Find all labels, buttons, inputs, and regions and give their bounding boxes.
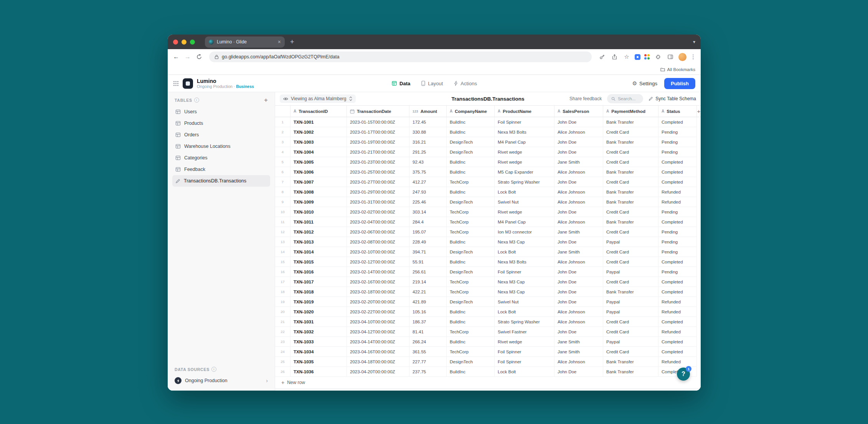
cell-transactiondate[interactable]: 2023-04-20T00:00:00Z xyxy=(347,367,409,377)
help-button[interactable]: ? 1 xyxy=(677,368,690,381)
back-button[interactable]: ← xyxy=(172,53,180,60)
url-bar[interactable]: go.glideapps.com/app/laOafWzdOPGzG2TQPlm… xyxy=(209,51,592,62)
cell-paymentmethod[interactable]: Credit Card xyxy=(603,147,658,157)
share-feedback-link[interactable]: Share feedback xyxy=(569,96,602,101)
cell-transactionid[interactable]: TXN-1005 xyxy=(290,157,347,167)
cell-salesperson[interactable]: Jane Smith xyxy=(554,157,603,167)
cell-status[interactable]: Pending xyxy=(658,237,697,247)
cell-paymentmethod[interactable]: Credit Card xyxy=(603,277,658,287)
cell-productname[interactable]: Strato Spring Washer xyxy=(495,317,554,327)
cell-companyname[interactable]: DesignTech xyxy=(447,357,495,367)
cell-status[interactable]: Refunded xyxy=(658,187,697,197)
data-source-item[interactable]: Ongoing Production › xyxy=(172,374,270,387)
cell-paymentmethod[interactable]: Bank Transfer xyxy=(603,137,658,147)
cell-productname[interactable]: Lock Bolt xyxy=(495,247,554,257)
cell-amount[interactable]: 256.61 xyxy=(409,267,447,277)
cell-amount[interactable]: 422.21 xyxy=(409,287,447,297)
column-header-status[interactable]: AStatus xyxy=(658,106,697,117)
cell-productname[interactable]: Lock Bolt xyxy=(495,367,554,377)
cell-amount[interactable]: 247.93 xyxy=(409,187,447,197)
cell-status[interactable]: Completed xyxy=(658,287,697,297)
cell-companyname[interactable]: BuildInc xyxy=(447,237,495,247)
cell-transactiondate[interactable]: 2023-04-12T00:00:00Z xyxy=(347,327,409,337)
cell-salesperson[interactable]: John Doe xyxy=(554,237,603,247)
column-header-companyname[interactable]: ACompanyName xyxy=(447,106,495,117)
cell-transactionid[interactable]: TXN-1003 xyxy=(290,137,347,147)
cell-transactiondate[interactable]: 2023-02-08T00:00:00Z xyxy=(347,237,409,247)
cell-paymentmethod[interactable]: Credit Card xyxy=(603,227,658,237)
profile-avatar[interactable] xyxy=(678,53,686,61)
cell-amount[interactable]: 172.45 xyxy=(409,117,447,127)
column-header-paymentmethod[interactable]: APaymentMethod xyxy=(603,106,658,117)
cell-transactiondate[interactable]: 2023-02-22T00:00:00Z xyxy=(347,307,409,317)
cell-paymentmethod[interactable]: Credit Card xyxy=(603,347,658,357)
cell-productname[interactable]: Lock Bolt xyxy=(495,187,554,197)
cell-status[interactable]: Pending xyxy=(658,207,697,217)
app-logo[interactable] xyxy=(183,78,193,89)
cell-companyname[interactable]: TechCorp xyxy=(447,287,495,297)
cell-companyname[interactable]: BuildInc xyxy=(447,317,495,327)
cell-transactiondate[interactable]: 2023-02-20T00:00:00Z xyxy=(347,297,409,307)
sidebar-item-users[interactable]: Users xyxy=(172,106,270,118)
extension-colored-icon[interactable] xyxy=(644,54,650,60)
cell-transactiondate[interactable]: 2023-04-16T00:00:00Z xyxy=(347,347,409,357)
cell-amount[interactable]: 225.46 xyxy=(409,197,447,207)
cell-salesperson[interactable]: Alice Johnson xyxy=(554,307,603,317)
cell-companyname[interactable]: DesignTech xyxy=(447,137,495,147)
cell-transactionid[interactable]: TXN-1032 xyxy=(290,327,347,337)
cell-status[interactable]: Completed xyxy=(658,347,697,357)
viewing-as-selector[interactable]: Viewing as Alma Malmberg xyxy=(280,94,356,103)
cell-salesperson[interactable]: Alice Johnson xyxy=(554,217,603,227)
extensions-puzzle-icon[interactable] xyxy=(654,53,662,61)
cell-status[interactable]: Completed xyxy=(658,337,697,347)
forward-button[interactable]: → xyxy=(184,53,191,60)
column-header-productname[interactable]: AProductName xyxy=(495,106,554,117)
cell-companyname[interactable]: TechCorp xyxy=(447,327,495,337)
cell-transactionid[interactable]: TXN-1013 xyxy=(290,237,347,247)
cell-salesperson[interactable]: Alice Johnson xyxy=(554,197,603,207)
cell-amount[interactable]: 227.77 xyxy=(409,357,447,367)
cell-status[interactable]: Pending xyxy=(658,137,697,147)
cell-paymentmethod[interactable]: Credit Card xyxy=(603,207,658,217)
cell-transactionid[interactable]: TXN-1033 xyxy=(290,337,347,347)
cell-transactiondate[interactable]: 2023-02-14T00:00:00Z xyxy=(347,267,409,277)
sidebar-item-feedback[interactable]: Feedback xyxy=(172,164,270,175)
cell-transactionid[interactable]: TXN-1020 xyxy=(290,307,347,317)
cell-paymentmethod[interactable]: Credit Card xyxy=(603,127,658,137)
cell-transactiondate[interactable]: 2023-01-15T00:00:00Z xyxy=(347,117,409,127)
cell-salesperson[interactable]: Alice Johnson xyxy=(554,317,603,327)
cell-status[interactable]: Completed xyxy=(658,217,697,227)
cell-amount[interactable]: 219.14 xyxy=(409,277,447,287)
sidebar-item-transactionsdb-transactions[interactable]: TransactionsDB.Transactions xyxy=(172,175,270,187)
cell-status[interactable]: Pending xyxy=(658,247,697,257)
maximize-window-button[interactable] xyxy=(190,40,195,45)
cell-transactionid[interactable]: TXN-1015 xyxy=(290,257,347,267)
cell-transactiondate[interactable]: 2023-02-12T00:00:00Z xyxy=(347,257,409,267)
cell-status[interactable]: Completed xyxy=(658,257,697,267)
cell-transactiondate[interactable]: 2023-04-18T00:00:00Z xyxy=(347,357,409,367)
cell-amount[interactable]: 237.75 xyxy=(409,367,447,377)
cell-salesperson[interactable]: Jane Smith xyxy=(554,227,603,237)
cell-paymentmethod[interactable]: Credit Card xyxy=(603,247,658,257)
cell-companyname[interactable]: BuildInc xyxy=(447,367,495,377)
cell-amount[interactable]: 195.07 xyxy=(409,227,447,237)
column-header-transactionid[interactable]: ATransactionID xyxy=(290,106,347,117)
cell-amount[interactable]: 92.43 xyxy=(409,157,447,167)
cell-transactionid[interactable]: TXN-1002 xyxy=(290,127,347,137)
cell-productname[interactable]: Nexa M3 Cap xyxy=(495,237,554,247)
cell-amount[interactable]: 330.88 xyxy=(409,127,447,137)
cell-productname[interactable]: Swivel Nut xyxy=(495,197,554,207)
cell-transactiondate[interactable]: 2023-01-19T00:00:00Z xyxy=(347,137,409,147)
extension-icon[interactable] xyxy=(635,54,640,60)
cell-productname[interactable]: M4 Panel Cap xyxy=(495,137,554,147)
cell-transactiondate[interactable]: 2023-01-25T00:00:00Z xyxy=(347,167,409,177)
share-icon[interactable] xyxy=(610,53,619,61)
cell-transactiondate[interactable]: 2023-01-17T00:00:00Z xyxy=(347,127,409,137)
cell-companyname[interactable]: DesignTech xyxy=(447,297,495,307)
cell-status[interactable]: Refunded xyxy=(658,327,697,337)
cell-productname[interactable]: Swivel Fastner xyxy=(495,327,554,337)
cell-paymentmethod[interactable]: Paypal xyxy=(603,267,658,277)
cell-amount[interactable]: 284.4 xyxy=(409,217,447,227)
cell-productname[interactable]: M4 Panel Cap xyxy=(495,217,554,227)
cell-productname[interactable]: Rivet wedge xyxy=(495,157,554,167)
